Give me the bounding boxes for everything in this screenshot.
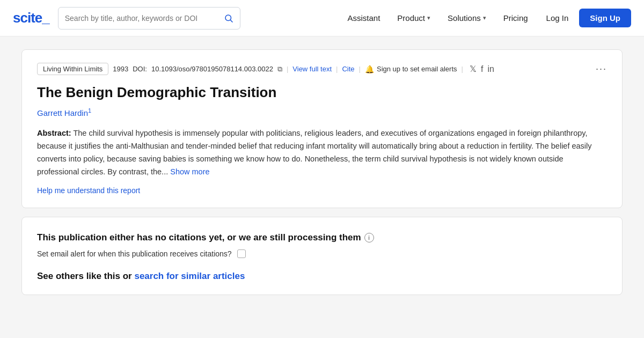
bell-icon[interactable]: 🔔 [365, 65, 374, 74]
no-citations-heading: This publication either has no citations… [37, 232, 607, 243]
see-others: See others like this or search for simil… [37, 271, 607, 282]
paper-title: The Benign Demographic Transition [37, 84, 607, 102]
breadcrumb-tag: Living Within Limits [37, 63, 108, 75]
doi-label: DOI: [133, 65, 147, 73]
meta-row: Living Within Limits 1993 DOI: 10.1093/o… [37, 63, 607, 75]
nav-assistant[interactable]: Assistant [340, 9, 387, 27]
svg-line-1 [230, 20, 232, 22]
citations-section: This publication either has no citations… [21, 217, 623, 295]
more-options-button[interactable]: ··· [596, 63, 607, 75]
social-icons: 𝕏 f in [470, 64, 494, 74]
email-alert-checkbox[interactable] [237, 249, 246, 258]
search-bar [58, 7, 240, 30]
cite-link[interactable]: Cite [342, 65, 354, 73]
help-understand-link[interactable]: Help me understand this report [37, 186, 140, 195]
signup-button[interactable]: Sign Up [579, 9, 631, 27]
svg-point-0 [225, 15, 231, 21]
paper-author[interactable]: Garrett Hardin1 [37, 107, 91, 117]
search-input[interactable] [65, 14, 224, 23]
paper-card: Living Within Limits 1993 DOI: 10.1093/o… [21, 49, 623, 208]
author-superscript: 1 [88, 107, 91, 114]
show-more-link[interactable]: Show more [170, 167, 209, 176]
search-button[interactable] [224, 13, 233, 23]
logo[interactable]: scite_ [13, 10, 49, 26]
abstract-text: The child survival hypothesis is immense… [37, 129, 592, 176]
abstract: Abstract: The child survival hypothesis … [37, 127, 607, 179]
login-button[interactable]: Log In [538, 9, 577, 27]
facebook-icon[interactable]: f [481, 64, 483, 74]
main-nav: Assistant Product ▾ Solutions ▾ Pricing … [340, 9, 631, 27]
header: scite_ Assistant Product ▾ Solutions ▾ P… [0, 0, 644, 36]
chevron-down-icon: ▾ [483, 14, 486, 21]
main-content: Living Within Limits 1993 DOI: 10.1093/o… [11, 36, 633, 308]
view-full-text-link[interactable]: View full text [292, 65, 332, 73]
email-alert-meta: 🔔 Sign up to set email alerts [365, 65, 457, 74]
linkedin-icon[interactable]: in [487, 64, 494, 74]
email-alert-row: Set email alert for when this publicatio… [37, 249, 607, 258]
publication-year: 1993 [113, 65, 128, 73]
search-similar-link[interactable]: search for similar articles [134, 271, 245, 281]
search-icon [224, 13, 233, 23]
copy-icon[interactable]: ⧉ [277, 65, 282, 74]
chevron-down-icon: ▾ [427, 14, 430, 21]
twitter-icon[interactable]: 𝕏 [470, 64, 477, 74]
nav-solutions[interactable]: Solutions ▾ [440, 9, 494, 27]
abstract-label: Abstract: [37, 129, 71, 137]
nav-product[interactable]: Product ▾ [390, 9, 438, 27]
doi-value: 10.1093/oso/9780195078114.003.0022 [151, 65, 273, 73]
info-icon[interactable]: i [364, 233, 374, 243]
nav-pricing[interactable]: Pricing [496, 9, 536, 27]
